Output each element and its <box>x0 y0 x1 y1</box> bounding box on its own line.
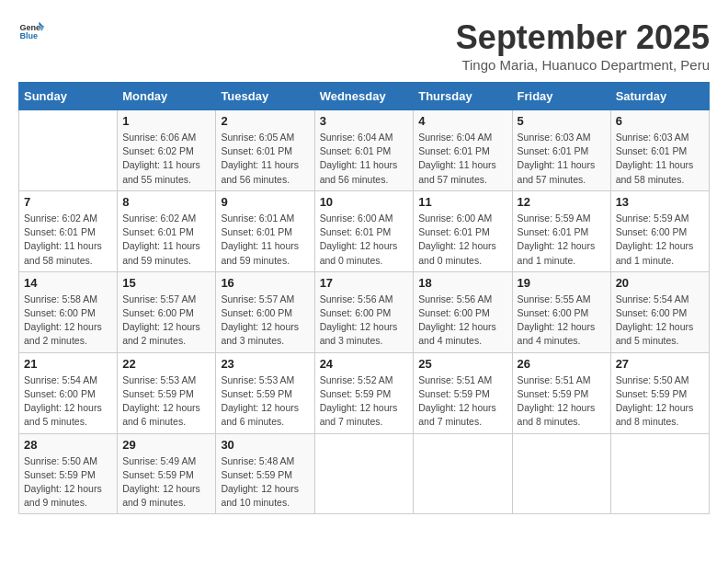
calendar-cell <box>414 433 512 514</box>
day-number: 27 <box>616 357 704 371</box>
day-info: Sunrise: 5:56 AM Sunset: 6:00 PM Dayligh… <box>418 293 506 349</box>
calendar-cell <box>314 433 414 514</box>
day-info: Sunrise: 5:54 AM Sunset: 6:00 PM Dayligh… <box>616 293 704 349</box>
calendar-cell: 26Sunrise: 5:51 AM Sunset: 5:59 PM Dayli… <box>512 352 610 433</box>
month-title: September 2025 <box>456 18 710 57</box>
calendar-cell: 16Sunrise: 5:57 AM Sunset: 6:00 PM Dayli… <box>216 271 314 352</box>
calendar-cell <box>610 433 709 514</box>
calendar-cell: 24Sunrise: 5:52 AM Sunset: 5:59 PM Dayli… <box>314 352 414 433</box>
calendar-cell <box>19 110 118 191</box>
day-number: 20 <box>616 276 704 290</box>
calendar-cell: 14Sunrise: 5:58 AM Sunset: 6:00 PM Dayli… <box>19 271 118 352</box>
day-info: Sunrise: 5:59 AM Sunset: 6:00 PM Dayligh… <box>616 212 704 268</box>
day-number: 22 <box>122 357 210 371</box>
calendar-week-1: 1Sunrise: 6:06 AM Sunset: 6:02 PM Daylig… <box>19 110 710 191</box>
calendar-week-3: 14Sunrise: 5:58 AM Sunset: 6:00 PM Dayli… <box>19 271 710 352</box>
day-number: 24 <box>320 357 409 371</box>
day-number: 25 <box>418 357 506 371</box>
weekday-header-friday: Friday <box>512 83 610 110</box>
calendar-cell: 10Sunrise: 6:00 AM Sunset: 6:01 PM Dayli… <box>314 190 414 271</box>
calendar-cell: 17Sunrise: 5:56 AM Sunset: 6:00 PM Dayli… <box>314 271 414 352</box>
day-number: 17 <box>320 276 409 290</box>
logo-icon: General Blue <box>18 18 44 44</box>
calendar-table: SundayMondayTuesdayWednesdayThursdayFrid… <box>18 82 710 514</box>
day-number: 12 <box>518 195 606 209</box>
page-header: General Blue September 2025 Tingo Maria,… <box>18 18 710 73</box>
day-info: Sunrise: 6:05 AM Sunset: 6:01 PM Dayligh… <box>221 131 309 187</box>
weekday-header-saturday: Saturday <box>610 83 709 110</box>
day-number: 28 <box>24 438 112 452</box>
calendar-cell: 22Sunrise: 5:53 AM Sunset: 5:59 PM Dayli… <box>118 352 216 433</box>
day-number: 3 <box>320 114 409 128</box>
weekday-header-thursday: Thursday <box>414 83 512 110</box>
calendar-cell: 11Sunrise: 6:00 AM Sunset: 6:01 PM Dayli… <box>414 190 512 271</box>
calendar-cell: 3Sunrise: 6:04 AM Sunset: 6:01 PM Daylig… <box>314 110 414 191</box>
day-number: 26 <box>518 357 606 371</box>
calendar-cell: 1Sunrise: 6:06 AM Sunset: 6:02 PM Daylig… <box>118 110 216 191</box>
day-number: 14 <box>24 276 112 290</box>
day-info: Sunrise: 5:50 AM Sunset: 5:59 PM Dayligh… <box>616 373 704 430</box>
calendar-week-4: 21Sunrise: 5:54 AM Sunset: 6:00 PM Dayli… <box>19 352 710 433</box>
calendar-cell: 8Sunrise: 6:02 AM Sunset: 6:01 PM Daylig… <box>118 190 216 271</box>
day-number: 2 <box>221 114 309 128</box>
day-info: Sunrise: 6:00 AM Sunset: 6:01 PM Dayligh… <box>320 212 409 268</box>
day-info: Sunrise: 5:48 AM Sunset: 5:59 PM Dayligh… <box>221 454 309 511</box>
day-info: Sunrise: 6:04 AM Sunset: 6:01 PM Dayligh… <box>418 131 506 187</box>
day-number: 10 <box>320 195 409 209</box>
day-number: 16 <box>221 276 309 290</box>
calendar-cell: 6Sunrise: 6:03 AM Sunset: 6:01 PM Daylig… <box>610 110 709 191</box>
calendar-cell <box>512 433 610 514</box>
day-info: Sunrise: 6:04 AM Sunset: 6:01 PM Dayligh… <box>320 131 409 187</box>
day-info: Sunrise: 5:56 AM Sunset: 6:00 PM Dayligh… <box>320 293 409 349</box>
day-number: 29 <box>122 438 210 452</box>
day-info: Sunrise: 5:51 AM Sunset: 5:59 PM Dayligh… <box>518 373 606 430</box>
day-number: 9 <box>221 195 309 209</box>
day-info: Sunrise: 6:06 AM Sunset: 6:02 PM Dayligh… <box>122 131 210 187</box>
day-info: Sunrise: 5:49 AM Sunset: 5:59 PM Dayligh… <box>122 454 210 511</box>
calendar-header-row: SundayMondayTuesdayWednesdayThursdayFrid… <box>19 83 710 110</box>
calendar-cell: 13Sunrise: 5:59 AM Sunset: 6:00 PM Dayli… <box>610 190 709 271</box>
day-number: 8 <box>122 195 210 209</box>
calendar-cell: 9Sunrise: 6:01 AM Sunset: 6:01 PM Daylig… <box>216 190 314 271</box>
logo: General Blue <box>18 18 44 44</box>
day-number: 30 <box>221 438 309 452</box>
svg-text:Blue: Blue <box>19 31 38 40</box>
calendar-cell: 4Sunrise: 6:04 AM Sunset: 6:01 PM Daylig… <box>414 110 512 191</box>
calendar-cell: 15Sunrise: 5:57 AM Sunset: 6:00 PM Dayli… <box>118 271 216 352</box>
day-info: Sunrise: 6:03 AM Sunset: 6:01 PM Dayligh… <box>518 131 606 187</box>
day-info: Sunrise: 5:52 AM Sunset: 5:59 PM Dayligh… <box>320 373 409 430</box>
day-number: 6 <box>616 114 704 128</box>
day-number: 18 <box>418 276 506 290</box>
day-info: Sunrise: 5:53 AM Sunset: 5:59 PM Dayligh… <box>122 373 210 430</box>
day-number: 5 <box>518 114 606 128</box>
day-info: Sunrise: 5:58 AM Sunset: 6:00 PM Dayligh… <box>24 293 112 349</box>
day-info: Sunrise: 6:01 AM Sunset: 6:01 PM Dayligh… <box>221 212 309 268</box>
weekday-header-wednesday: Wednesday <box>314 83 414 110</box>
day-number: 11 <box>418 195 506 209</box>
day-number: 4 <box>418 114 506 128</box>
day-info: Sunrise: 5:54 AM Sunset: 6:00 PM Dayligh… <box>24 373 112 430</box>
day-info: Sunrise: 5:55 AM Sunset: 6:00 PM Dayligh… <box>518 293 606 349</box>
calendar-week-5: 28Sunrise: 5:50 AM Sunset: 5:59 PM Dayli… <box>19 433 710 514</box>
day-number: 19 <box>518 276 606 290</box>
day-number: 13 <box>616 195 704 209</box>
day-number: 15 <box>122 276 210 290</box>
calendar-cell: 18Sunrise: 5:56 AM Sunset: 6:00 PM Dayli… <box>414 271 512 352</box>
calendar-cell: 5Sunrise: 6:03 AM Sunset: 6:01 PM Daylig… <box>512 110 610 191</box>
calendar-cell: 23Sunrise: 5:53 AM Sunset: 5:59 PM Dayli… <box>216 352 314 433</box>
weekday-header-tuesday: Tuesday <box>216 83 314 110</box>
weekday-header-monday: Monday <box>118 83 216 110</box>
day-number: 23 <box>221 357 309 371</box>
calendar-cell: 29Sunrise: 5:49 AM Sunset: 5:59 PM Dayli… <box>118 433 216 514</box>
location: Tingo Maria, Huanuco Department, Peru <box>456 57 710 73</box>
day-info: Sunrise: 6:03 AM Sunset: 6:01 PM Dayligh… <box>616 131 704 187</box>
title-block: September 2025 Tingo Maria, Huanuco Depa… <box>456 18 710 73</box>
calendar-cell: 7Sunrise: 6:02 AM Sunset: 6:01 PM Daylig… <box>19 190 118 271</box>
day-number: 1 <box>122 114 210 128</box>
day-info: Sunrise: 5:53 AM Sunset: 5:59 PM Dayligh… <box>221 373 309 430</box>
day-info: Sunrise: 5:59 AM Sunset: 6:01 PM Dayligh… <box>518 212 606 268</box>
weekday-header-sunday: Sunday <box>19 83 118 110</box>
calendar-week-2: 7Sunrise: 6:02 AM Sunset: 6:01 PM Daylig… <box>19 190 710 271</box>
calendar-cell: 21Sunrise: 5:54 AM Sunset: 6:00 PM Dayli… <box>19 352 118 433</box>
calendar-cell: 12Sunrise: 5:59 AM Sunset: 6:01 PM Dayli… <box>512 190 610 271</box>
